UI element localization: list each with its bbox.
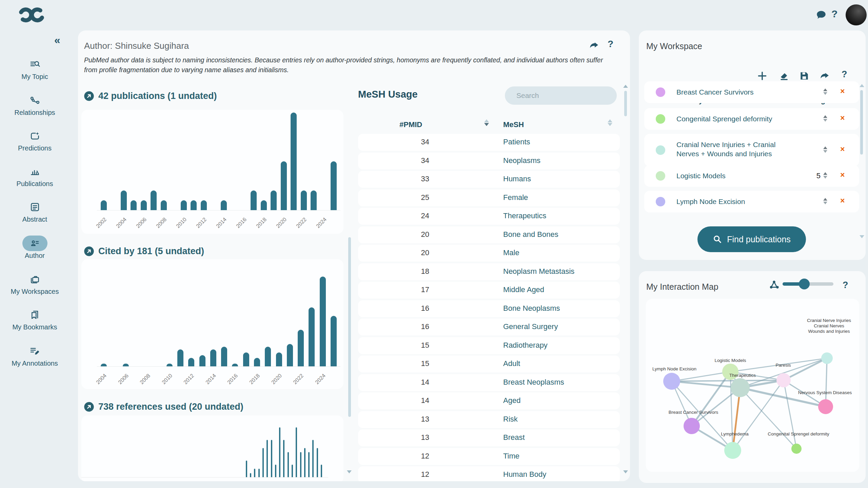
mesh-row-time[interactable]: 12Time xyxy=(358,448,620,465)
entity-weight-value[interactable]: 5 xyxy=(793,171,821,180)
mesh-term[interactable]: Risk xyxy=(503,415,518,424)
remove-entity-icon[interactable]: × xyxy=(840,170,845,180)
sidebar-item-author[interactable]: Author xyxy=(0,236,70,260)
charts-scroll-down-icon[interactable] xyxy=(347,470,352,473)
entity-row-5[interactable]: Lymph Node Excision× xyxy=(644,191,859,212)
mesh-term[interactable]: Aged xyxy=(503,396,520,405)
help-icon[interactable]: ? xyxy=(831,8,837,20)
network-icon[interactable] xyxy=(768,279,780,290)
mesh-term[interactable]: Neoplasm Metastasis xyxy=(503,267,574,276)
map-help-icon[interactable]: ? xyxy=(843,280,848,290)
mesh-term[interactable]: Breast Neoplasms xyxy=(503,378,564,387)
mesh-term[interactable]: Female xyxy=(503,193,528,202)
external-link-icon[interactable] xyxy=(84,91,94,101)
weight-stepper[interactable] xyxy=(823,146,827,153)
mesh-row-general-surgery[interactable]: 16General Surgery xyxy=(358,319,620,336)
mesh-search-input[interactable] xyxy=(505,86,617,105)
mesh-row-neoplasms[interactable]: 34Neoplasms xyxy=(358,152,620,169)
map-node-bcs[interactable] xyxy=(684,418,700,434)
share-icon[interactable] xyxy=(588,40,600,51)
author-help-icon[interactable]: ? xyxy=(608,39,613,49)
map-node-lymph[interactable] xyxy=(724,442,741,459)
mesh-row-human-body[interactable]: 12Human Body xyxy=(358,466,620,481)
mesh-scroll-up-icon[interactable] xyxy=(623,85,628,88)
mesh-term[interactable]: Patients xyxy=(503,138,530,146)
add-icon[interactable] xyxy=(757,70,768,81)
mesh-term[interactable]: General Surgery xyxy=(503,322,558,331)
external-link-icon[interactable] xyxy=(84,246,94,257)
entity-row-3[interactable]: Cranial Nerve Injuries + Cranial Nerves … xyxy=(644,134,859,166)
mesh-term[interactable]: Male xyxy=(503,248,519,257)
mesh-scrollbar[interactable] xyxy=(624,91,627,116)
mesh-term[interactable]: Bone Neoplasms xyxy=(503,304,560,313)
external-link-icon[interactable] xyxy=(84,402,94,412)
sidebar-item-my-annotations[interactable]: My Annotations xyxy=(0,343,70,367)
remove-entity-icon[interactable]: × xyxy=(840,145,845,154)
mesh-term[interactable]: Adult xyxy=(503,359,520,368)
workspace-scroll-down-icon[interactable] xyxy=(860,235,864,238)
charts-scrollbar[interactable] xyxy=(348,237,351,417)
sidebar-item-abstract[interactable]: Abstract xyxy=(0,199,70,223)
weight-stepper[interactable] xyxy=(823,172,827,179)
map-node-lne[interactable] xyxy=(663,373,680,390)
sidebar-collapse-button[interactable]: « xyxy=(54,34,60,46)
find-publications-button[interactable]: Find publications xyxy=(697,226,806,252)
sidebar-item-my-bookmarks[interactable]: My Bookmarks xyxy=(0,307,70,331)
workspace-scroll-up-icon[interactable] xyxy=(860,84,864,87)
mesh-sort-icon[interactable] xyxy=(608,119,612,126)
mesh-col-mesh[interactable]: MeSH xyxy=(503,120,524,129)
mesh-term[interactable]: Bone and Bones xyxy=(503,230,558,239)
chat-bubble-icon[interactable] xyxy=(815,9,827,21)
mesh-row-middle-aged[interactable]: 17Middle Aged xyxy=(358,282,620,299)
mesh-term[interactable]: Middle Aged xyxy=(503,285,544,294)
eraser-icon[interactable] xyxy=(778,70,789,81)
workspace-share-icon[interactable] xyxy=(819,70,830,81)
mesh-row-adult[interactable]: 15Adult xyxy=(358,355,620,372)
sidebar-item-publications[interactable]: Publications xyxy=(0,164,70,188)
interaction-map-canvas[interactable]: Logistic ModelsCranial Nerve InjuriesCra… xyxy=(646,299,859,472)
mesh-row-bone-neoplasms[interactable]: 16Bone Neoplasms xyxy=(358,300,620,317)
mesh-term[interactable]: Human Body xyxy=(503,470,546,479)
pmid-sort-icon[interactable] xyxy=(484,119,489,126)
sidebar-item-my-topic[interactable]: My Topic xyxy=(0,57,70,81)
save-icon[interactable] xyxy=(799,70,810,81)
mesh-term[interactable]: Humans xyxy=(503,175,531,183)
user-avatar[interactable] xyxy=(846,4,867,25)
remove-entity-icon[interactable]: × xyxy=(840,114,845,123)
sidebar-item-my-workspaces[interactable]: My Workspaces xyxy=(0,271,70,296)
mesh-col-pmid[interactable]: #PMID xyxy=(399,120,422,129)
weight-stepper[interactable] xyxy=(823,198,827,204)
mesh-term[interactable]: Radiotherapy xyxy=(503,341,548,350)
remove-entity-icon[interactable]: × xyxy=(840,87,845,96)
mesh-row-radiotherapy[interactable]: 15Radiotherapy xyxy=(358,337,620,354)
weight-stepper[interactable] xyxy=(823,88,827,95)
sidebar-item-relationships[interactable]: Relationships xyxy=(0,93,70,117)
map-zoom-slider-thumb[interactable] xyxy=(799,279,810,289)
mesh-row-humans[interactable]: 33Humans xyxy=(358,171,620,188)
entity-row-2[interactable]: Congenital Sprengel deformity× xyxy=(644,108,859,130)
mesh-row-aged[interactable]: 14Aged xyxy=(358,392,620,409)
mesh-term[interactable]: Neoplasms xyxy=(503,156,540,165)
map-node-nsd[interactable] xyxy=(818,399,833,414)
mesh-term[interactable]: Time xyxy=(503,452,519,461)
workspace-scrollbar[interactable] xyxy=(860,90,863,155)
mesh-row-therapeutics[interactable]: 24Therapeutics xyxy=(358,208,620,225)
mesh-row-female[interactable]: 25Female xyxy=(358,189,620,206)
weight-stepper[interactable] xyxy=(823,115,827,122)
map-node-csd[interactable] xyxy=(791,444,802,454)
mesh-row-neoplasm-metastasis[interactable]: 18Neoplasm Metastasis xyxy=(358,263,620,280)
mesh-row-bone-and-bones[interactable]: 20Bone and Bones xyxy=(358,226,620,243)
mesh-scroll-down-icon[interactable] xyxy=(623,470,628,473)
mesh-row-risk[interactable]: 13Risk xyxy=(358,411,620,428)
sidebar-item-predictions[interactable]: Predictions xyxy=(0,128,70,152)
mesh-row-breast-neoplasms[interactable]: 14Breast Neoplasms xyxy=(358,374,620,391)
mesh-term[interactable]: Breast xyxy=(503,433,525,442)
map-node-ther[interactable] xyxy=(731,378,750,397)
mesh-row-breast[interactable]: 13Breast xyxy=(358,429,620,446)
workspace-help-icon[interactable]: ? xyxy=(842,69,847,80)
entity-row-1[interactable]: Breast Cancer Survivors× xyxy=(644,81,859,103)
mesh-row-patients[interactable]: 34Patients xyxy=(358,134,620,151)
remove-entity-icon[interactable]: × xyxy=(840,196,845,205)
map-node-cranial[interactable] xyxy=(821,352,833,364)
map-node-paresis[interactable] xyxy=(776,373,791,387)
